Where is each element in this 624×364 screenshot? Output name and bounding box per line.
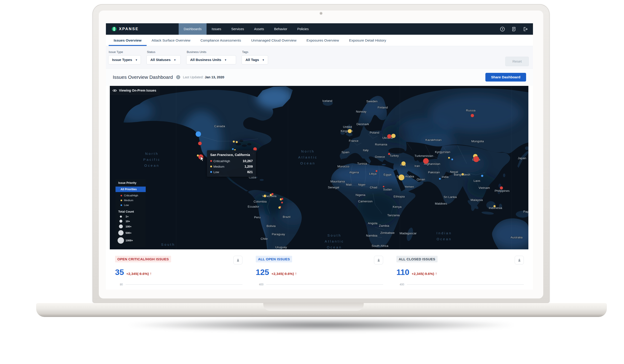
- country-label-chad: Chad: [370, 186, 377, 189]
- issue-marker-medium[interactable]: [448, 157, 450, 159]
- issue-marker-medium[interactable]: [278, 206, 281, 209]
- count-circle: [119, 225, 123, 228]
- issue-marker-critical[interactable]: [500, 186, 503, 189]
- help-icon[interactable]: ?: [500, 26, 505, 32]
- issue-marker-low[interactable]: [481, 175, 483, 177]
- sub-tab-exposure-detail-history[interactable]: Exposure Detail History: [344, 35, 391, 46]
- tooltip-value: 10,267: [243, 159, 253, 163]
- issues-world-map[interactable]: NorthPacificOceanNorthAtlanticOceanSouth…: [110, 86, 528, 249]
- sub-tab-attack-surface-overview[interactable]: Attack Surface Overview: [147, 35, 196, 46]
- nav-tab-dashboards[interactable]: Dashboards: [179, 23, 207, 35]
- title-bar: Issues Overview Dashboard i Last Updated…: [106, 68, 533, 86]
- tooltip-dot: [210, 171, 212, 173]
- tooltip-dot: [210, 160, 212, 162]
- issue-marker-low[interactable]: [439, 178, 441, 180]
- nav-tab-issues[interactable]: Issues: [207, 23, 226, 35]
- country-label-turkmenistan: Turkmenistan: [415, 154, 433, 158]
- card-delta: +2,345(-9.6%)↑: [126, 271, 152, 276]
- issue-marker-critical[interactable]: [281, 198, 284, 200]
- issue-marker-medium[interactable]: [494, 205, 496, 207]
- country-label-japan: Japan: [518, 157, 526, 160]
- axis-tick: 400: [256, 283, 263, 286]
- country-label-russia: Russia: [466, 109, 475, 112]
- reset-button[interactable]: Reset: [505, 57, 529, 66]
- issue-marker-medium[interactable]: [263, 195, 266, 197]
- issue-marker-medium[interactable]: [236, 141, 238, 143]
- sub-tab-issues-overview[interactable]: Issues Overview: [109, 35, 147, 46]
- issue-marker-medium[interactable]: [462, 173, 464, 175]
- issue-marker-low[interactable]: [196, 131, 201, 137]
- country-label-mali: Mali: [346, 183, 352, 186]
- country-label-romania: Romania: [375, 143, 388, 146]
- download-button[interactable]: [374, 256, 383, 264]
- country-label-algeria: Algeria: [349, 171, 359, 174]
- filter-dropdown-status[interactable]: All Statuses▾: [146, 55, 181, 64]
- xpanse-logo[interactable]: XPANSE: [111, 23, 139, 35]
- count-label: 10+: [126, 220, 130, 223]
- sign-out-icon[interactable]: [523, 26, 528, 32]
- issue-marker-critical[interactable]: [423, 158, 429, 164]
- issue-marker-medium[interactable]: [348, 129, 352, 133]
- viewing-mode-label: Viewing On-Prem Issues: [119, 89, 156, 92]
- legend-priority-rows: Critical/HighMediumLow: [115, 194, 146, 206]
- issue-marker-critical[interactable]: [388, 153, 390, 155]
- issue-marker-medium[interactable]: [398, 175, 404, 181]
- country-label-norway: Norway: [356, 110, 366, 113]
- card-badge: ALL OPEN ISSUES: [256, 256, 292, 262]
- filter-dropdown-tags[interactable]: All Tags▾: [241, 55, 268, 64]
- filter-dropdown-business-units[interactable]: All Business Units▾: [186, 55, 236, 64]
- issue-marker-medium[interactable]: [401, 161, 406, 166]
- share-dashboard-button[interactable]: Share Dashboard: [485, 73, 526, 82]
- issue-marker-critical[interactable]: [471, 114, 474, 117]
- issue-marker-critical[interactable]: [376, 170, 377, 172]
- country-label-south-africa: South Africa: [372, 244, 389, 248]
- laptop-notch: [263, 303, 364, 311]
- count-circle: [120, 216, 122, 218]
- issue-marker-low[interactable]: [451, 159, 453, 160]
- legend-all-priorities[interactable]: All Priorities: [115, 186, 146, 192]
- card-value: 125: [256, 268, 269, 277]
- nav-tab-services[interactable]: Services: [226, 23, 249, 35]
- nav-tab-assets[interactable]: Assets: [249, 23, 269, 35]
- legend-priority-critical-high[interactable]: Critical/High: [115, 194, 146, 197]
- filter-bar: Issue TypeIssue Types▾StatusAll Statuses…: [106, 46, 533, 68]
- mini-chart: 8060: [115, 283, 242, 290]
- last-updated-value: Jan 13, 2020: [205, 75, 224, 79]
- download-button[interactable]: [233, 256, 242, 264]
- card-value: 110: [396, 268, 409, 277]
- release-notes-icon[interactable]: [511, 26, 517, 32]
- issue-marker-critical[interactable]: [281, 202, 283, 204]
- tooltip-label: Low: [213, 170, 247, 174]
- sub-tab-compliance-assessments[interactable]: Compliance Assessments: [195, 35, 246, 46]
- country-label-mauritania: Mauritania: [330, 180, 345, 183]
- count-label: 500+: [126, 231, 131, 234]
- stat-card-all-open-issues: ALL OPEN ISSUES125+2,345(-9.6%)↑400300: [256, 251, 383, 290]
- nav-tab-behavior[interactable]: Behavior: [269, 23, 292, 35]
- gridline: [407, 284, 524, 285]
- issue-marker-critical[interactable]: [387, 134, 391, 139]
- info-icon[interactable]: i: [176, 75, 180, 79]
- issue-marker-critical[interactable]: [198, 142, 202, 145]
- map-tooltip: San Francisco, California Critical/High1…: [207, 150, 256, 177]
- country-label-united: United: [343, 125, 352, 129]
- country-label-cameroon: Cameroon: [358, 200, 372, 203]
- tooltip-row-low: Low821: [210, 170, 253, 174]
- issue-marker-critical[interactable]: [473, 156, 479, 162]
- sub-tab-exposures-overview[interactable]: Exposures Overview: [302, 35, 344, 46]
- issue-marker-critical[interactable]: [271, 193, 274, 195]
- legend-priority-low[interactable]: Low: [115, 204, 146, 206]
- priority-dot: [121, 200, 122, 201]
- issue-marker-critical[interactable]: [383, 186, 385, 187]
- nav-tabs: DashboardsIssuesServicesAssetsBehaviorPo…: [179, 23, 313, 35]
- legend-priority-medium[interactable]: Medium: [115, 199, 146, 202]
- issue-marker-low[interactable]: [232, 148, 234, 150]
- card-badge: OPEN CRITICAL/HIGH ISSUES: [115, 256, 171, 262]
- country-label-colombia: Colombia: [254, 200, 267, 203]
- sub-tab-unmanaged-cloud-overview[interactable]: Unmanaged Cloud Overview: [246, 35, 302, 46]
- issue-marker-medium[interactable]: [233, 141, 235, 143]
- filter-dropdown-issue-type[interactable]: Issue Types▾: [108, 55, 141, 64]
- download-button[interactable]: [515, 256, 524, 264]
- issue-marker-medium[interactable]: [391, 134, 396, 138]
- country-label-philippines: Philippines: [494, 189, 510, 192]
- nav-tab-policies[interactable]: Policies: [292, 23, 313, 35]
